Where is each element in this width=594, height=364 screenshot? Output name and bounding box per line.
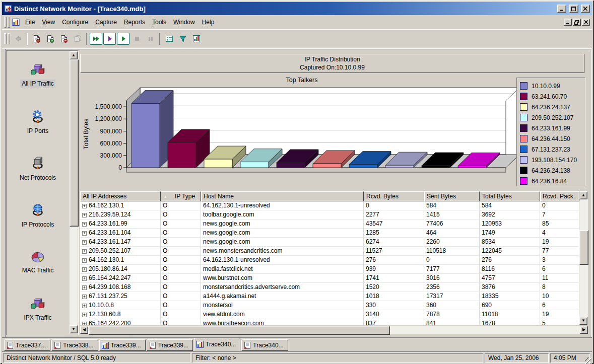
cell-rcvd-pack: 19 [540,238,579,247]
menu-item-configure[interactable]: Configure [58,17,92,27]
table-row[interactable]: +64.162.130.1O64.162.130.1-unresolved058… [80,201,579,210]
row-expander[interactable]: + [82,285,87,290]
document-tab-trace337[interactable]: Trace337... [4,339,50,351]
column-header-ip-type[interactable]: ▲IP Type [161,191,201,201]
scroll-right-button[interactable]: ▶ [580,326,588,334]
table-row[interactable]: +65.164.242.200Owww.burstbeacon.com83784… [80,319,579,325]
table-row[interactable]: +10.10.0.8Omonstersol3303606906 [80,301,579,310]
scrollbar-thumb[interactable] [89,326,390,335]
column-header-total-bytes[interactable]: Total Bytes [480,191,540,201]
scroll-up-button[interactable]: ▲ [579,191,587,199]
column-header-all-ip-addresses[interactable]: All IP Addresses [80,191,161,201]
sidebar-scrollbar[interactable]: ▲ ▼ [70,51,78,333]
mdi-restore-button[interactable] [573,19,581,26]
sidebar-item-all-ip-traffic[interactable]: All IP Traffic [8,52,68,99]
table-row[interactable]: +64.233.161.99Onews.google.com4354777406… [80,220,579,229]
document-tab-trace340[interactable]: Trace340... [241,339,288,351]
sidebar-item-ip-ports[interactable]: IP Ports [8,99,68,145]
mdi-minimize-button[interactable] [564,19,572,26]
row-expander[interactable]: + [82,213,87,217]
table-row[interactable]: +65.164.242.247Owww.burstnet.com17413016… [80,274,579,283]
table-row[interactable]: +205.180.86.14Omedia.fastclick.net939717… [80,265,579,274]
legend-item: 10.10.0.99 [520,81,582,91]
document-tab-trace339[interactable]: Trace339... [99,339,146,351]
sidebar-item-mac-traffic[interactable]: MAC Traffic [8,239,68,286]
menu-item-tools[interactable]: Tools [149,17,170,27]
scroll-up-button[interactable]: ▲ [70,51,78,59]
mdi-close-button[interactable] [582,19,590,26]
scroll-down-button[interactable]: ▼ [70,325,78,333]
scroll-down-button[interactable]: ▼ [579,317,587,325]
row-expander[interactable]: + [82,304,87,308]
chart-view-button[interactable] [190,33,203,45]
row-expander[interactable]: + [82,258,87,263]
row-expander[interactable]: + [82,276,87,281]
row-expander[interactable]: + [82,313,87,317]
fast-forward-button[interactable] [90,33,102,45]
menu-item-file[interactable]: File [22,17,38,27]
document-tab-trace338[interactable]: Trace338... [51,339,98,351]
document-tab-trace339[interactable]: Trace339... [147,339,193,351]
column-header-rcvd-pack[interactable]: Rcvd. Pack [540,191,579,201]
row-expander[interactable]: + [82,249,87,254]
details-view-button[interactable] [163,33,175,45]
row-expander[interactable]: + [82,267,87,272]
document-tab-trace340[interactable]: Trace340... [194,338,240,351]
table-horizontal-scrollbar[interactable]: ◀ ▶ [80,326,588,334]
cell-rcvd-bytes: 276 [364,256,424,265]
menubar-grip[interactable] [8,17,10,28]
table-row[interactable]: +64.233.161.104Onews.google.com128546417… [80,229,579,238]
start-capture-button[interactable] [103,33,116,45]
scrollbar-thumb[interactable] [579,230,588,265]
cubes-icon [30,63,45,77]
resize-grip[interactable] [585,357,591,364]
close-trace-button[interactable] [57,33,70,45]
column-header-label: IP Type [175,193,195,200]
table-row[interactable]: +64.233.161.147Onews.google.com627422608… [80,238,579,247]
play-button[interactable] [117,33,129,45]
row-expander[interactable]: + [82,222,87,227]
cell-sent-bytes: 7177 [424,265,480,274]
table-row[interactable]: +64.239.108.168Omonstersandcritics.adver… [80,283,579,292]
menu-item-view[interactable]: View [38,17,58,27]
menu-item-capture[interactable]: Capture [92,17,120,27]
maximize-button[interactable] [569,5,578,13]
scrollbar-thumb[interactable] [70,59,79,227]
table-row[interactable]: +64.162.130.1O64.162.130.1-unresolved276… [80,256,579,265]
menu-item-reports[interactable]: Reports [120,17,149,27]
sidebar-item-ipx-traffic[interactable]: IPX Traffic [8,286,68,333]
sidebar-item-net-protocols[interactable]: Net Protocols [8,145,68,192]
cell-rcvd-pack: 11 [540,274,579,283]
column-header-rcvd-bytes[interactable]: Rcvd. Bytes [364,191,424,201]
menu-item-help[interactable]: Help [199,17,218,27]
minimize-button[interactable] [557,5,566,13]
cell-total-bytes: 11018 [480,310,540,319]
sidebar-item-ip-protocols[interactable]: IP Protocols [8,192,68,239]
row-expander[interactable]: + [82,231,87,236]
toolbar-grip[interactable] [8,33,10,44]
menu-item-window[interactable]: Window [170,17,199,27]
toolbar-grip[interactable] [4,33,7,44]
column-header-host-name[interactable]: Host Name [201,191,364,201]
column-header-sent-bytes[interactable]: Sent Bytes [424,191,480,201]
menubar-grip[interactable] [4,17,7,28]
new-trace-button[interactable] [30,33,43,45]
row-expander[interactable]: + [82,240,87,245]
table-row[interactable]: +209.50.252.107Onews.monstersandcritics.… [80,247,579,256]
cell-sent-bytes: 7878 [424,310,480,319]
cell-rcvd-bytes: 0 [364,201,424,210]
row-expander[interactable]: + [82,204,87,208]
table-row[interactable]: +12.130.60.8Oview.atdmt.com3140787811018… [80,310,579,319]
column-header-label: Total Bytes [482,193,512,200]
scroll-left-button[interactable]: ◀ [80,326,88,334]
close-button[interactable] [581,5,590,13]
open-trace-button[interactable] [44,33,56,45]
row-expander[interactable]: + [82,295,87,299]
cell-host-name: toolbar.google.com [201,210,364,220]
table-vertical-scrollbar[interactable]: ▲ ▼ [579,191,588,325]
cell-total-bytes: 1749 [480,229,540,238]
table-row[interactable]: +67.131.237.25Oa1444.g.akamai.net1018173… [80,292,579,301]
table-row[interactable]: +216.239.59.124Otoolbar.google.com227714… [80,210,579,220]
row-expander[interactable]: + [82,322,87,325]
filter-button[interactable] [176,33,189,45]
